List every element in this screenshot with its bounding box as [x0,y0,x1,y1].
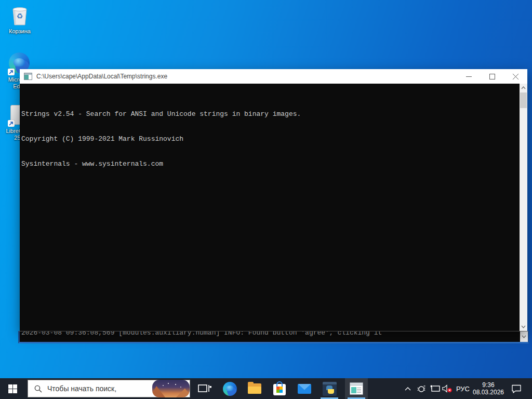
strings-console-window: C:\Users\cape\AppData\Local\Temp\strings… [20,69,527,331]
console-banner: Strings v2.54 - Search for ANSI and Unic… [20,84,527,185]
shortcut-arrow-icon [8,120,15,127]
close-button[interactable] [504,69,527,84]
taskbar-store-button[interactable] [268,378,291,399]
taskbar-python-console-button[interactable] [318,378,341,399]
volume-muted-icon [442,384,453,393]
search-daily-image[interactable] [152,380,190,397]
maximize-button[interactable] [481,69,504,84]
recycle-bin-icon: ♻ [9,4,31,26]
mail-icon [298,384,311,394]
tray-agent-button[interactable] [416,378,427,399]
scroll-down-icon[interactable] [520,323,527,331]
window-title: C:\Users\cape\AppData\Local\Temp\strings… [36,73,457,80]
tray-expand-button[interactable] [402,378,414,399]
python-console-icon [323,382,337,396]
shortcut-arrow-icon [8,69,15,75]
log-scrollbar[interactable] [520,331,528,342]
task-view-icon [198,383,211,394]
scroll-down-icon [522,335,526,338]
file-explorer-icon [248,383,261,394]
console-window-icon [350,382,363,395]
action-center-icon [511,384,522,393]
network-icon [430,385,440,393]
clock-time: 9:36 [482,381,494,389]
clock-date: 08.03.2026 [473,389,504,396]
windows-logo-icon [8,384,17,393]
search-icon [34,385,42,393]
window-titlebar[interactable]: C:\Users\cape\AppData\Local\Temp\strings… [20,69,527,84]
console-app-icon [24,73,32,80]
action-center-button[interactable] [506,378,527,399]
taskbar: Чтобы начать поиск, [0,378,532,399]
tray-language-button[interactable]: РУС [454,378,472,399]
desktop-icon-label: Корзина [0,28,39,35]
svg-text:♻: ♻ [17,12,23,20]
tray-agent-icon [417,385,426,393]
minimize-button[interactable] [457,69,481,84]
store-icon [273,384,286,395]
start-button[interactable] [0,378,25,399]
search-placeholder: Чтобы начать поиск, [47,384,152,393]
taskbar-console-button[interactable] [345,378,368,399]
taskbar-file-explorer-button[interactable] [243,378,266,399]
task-view-button[interactable] [193,378,216,399]
taskbar-mail-button[interactable] [293,378,316,399]
edge-icon [223,382,237,396]
console-output: Strings v2.54 - Search for ANSI and Unic… [20,84,527,331]
language-indicator: РУС [456,385,470,393]
search-input[interactable]: Чтобы начать поиск, [28,380,190,397]
tray-network-button[interactable] [428,378,442,399]
analyzer-log-line: 2026-03-08 09:36:08,569 [modules.auxilia… [20,331,528,337]
tray-volume-button[interactable] [441,378,454,399]
chevron-up-icon [405,387,411,391]
scroll-up-icon[interactable] [520,84,527,92]
desktop-icon-recycle-bin[interactable]: ♻ Корзина [0,4,39,35]
taskbar-edge-button[interactable] [218,378,241,399]
console-scrollbar[interactable] [520,84,527,331]
scrollbar-thumb[interactable] [520,92,527,108]
tray-clock-button[interactable]: 9:36 08.03.2026 [472,378,505,399]
analyzer-log-window: 2026-03-08 09:36:08,569 [modules.auxilia… [18,331,529,343]
